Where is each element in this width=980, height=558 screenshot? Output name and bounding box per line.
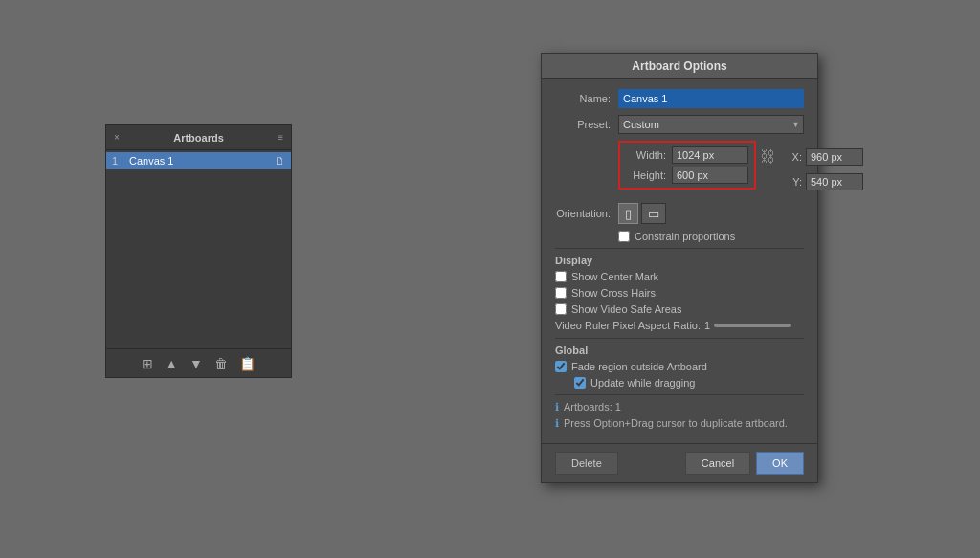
info-icon-2: ℹ (555, 417, 559, 430)
dialog-title: Artboard Options (632, 59, 726, 73)
panel-close-icon[interactable]: × (114, 132, 120, 143)
update-while-checkbox[interactable] (574, 377, 586, 389)
show-center-mark-label: Show Center Mark (571, 271, 658, 282)
dialog-footer: Delete Cancel OK (542, 443, 817, 482)
video-ruler-slider[interactable] (714, 324, 791, 327)
width-row: Width: (626, 146, 748, 164)
constrain-row: Constrain proportions (618, 231, 804, 242)
landscape-button[interactable]: ▭ (641, 203, 666, 224)
panel-menu-icon[interactable]: ≡ (278, 132, 283, 143)
update-while-row: Update while dragging (574, 377, 804, 389)
panel-content: 1 Canvas 1 🗋 (106, 150, 291, 348)
info-duplicate: ℹ Press Option+Drag cursor to duplicate … (555, 417, 804, 430)
y-label: Y: (787, 176, 802, 188)
panel-title: Artboards (173, 132, 224, 144)
update-while-label: Update while dragging (590, 377, 695, 389)
show-center-mark-checkbox[interactable] (555, 271, 567, 282)
width-label: Width: (626, 149, 666, 161)
move-down-button[interactable]: ▼ (188, 354, 205, 373)
wh-group: Width: Height: (618, 141, 756, 190)
constrain-checkbox[interactable] (618, 231, 630, 242)
display-section-header: Display (555, 255, 804, 266)
y-input[interactable] (806, 173, 863, 190)
link-icon-wrap: ⛓ (756, 141, 779, 166)
preset-select[interactable]: Custom (618, 115, 804, 134)
xy-group: X: Y: (787, 148, 863, 190)
fade-region-row: Fade region outside Artboard (555, 361, 804, 372)
name-row: Name: (555, 89, 804, 108)
x-row: X: (787, 148, 863, 166)
artboards-panel: × Artboards ≡ 1 Canvas 1 🗋 ⊞ ▲ ▼ 🗑 📋 (105, 124, 292, 378)
chain-link-icon: ⛓ (760, 148, 775, 166)
fit-artboard-button[interactable]: ⊞ (140, 354, 155, 373)
width-input[interactable] (672, 146, 748, 164)
artboard-list-item[interactable]: 1 Canvas 1 🗋 (106, 152, 291, 169)
move-up-button[interactable]: ▲ (163, 354, 180, 373)
fade-region-label: Fade region outside Artboard (571, 361, 707, 372)
video-ruler-value: 1 (704, 320, 710, 331)
delete-button[interactable]: Delete (555, 452, 618, 475)
info-artboards-text: Artboards: 1 (564, 401, 621, 413)
orientation-label: Orientation: (555, 208, 611, 219)
preset-label: Preset: (555, 119, 611, 130)
dialog-body: Name: Preset: Custom ▼ Width: (542, 79, 817, 443)
constrain-label: Constrain proportions (635, 231, 735, 242)
orientation-row: Orientation: ▯ ▭ (555, 203, 804, 224)
name-input[interactable] (618, 89, 804, 108)
wh-section: Width: Height: (555, 141, 756, 196)
show-cross-hairs-label: Show Cross Hairs (571, 287, 656, 299)
preset-row: Preset: Custom ▼ (555, 115, 804, 134)
height-row: Height: (626, 167, 748, 184)
wh-xy-row: Width: Height: ⛓ X: Y: (555, 141, 804, 196)
panel-footer: ⊞ ▲ ▼ 🗑 📋 (106, 348, 291, 377)
global-section-header: Global (555, 345, 804, 356)
show-video-row: Show Video Safe Areas (555, 303, 804, 315)
dialog-titlebar: Artboard Options (542, 54, 817, 79)
panel-header: × Artboards ≡ (106, 125, 291, 150)
ok-button[interactable]: OK (756, 452, 804, 475)
cancel-button[interactable]: Cancel (685, 452, 750, 475)
info-artboards: ℹ Artboards: 1 (555, 401, 804, 413)
artboard-number: 1 (112, 155, 123, 167)
portrait-button[interactable]: ▯ (618, 203, 638, 224)
show-video-label: Show Video Safe Areas (571, 303, 681, 315)
info-duplicate-text: Press Option+Drag cursor to duplicate ar… (564, 417, 788, 429)
video-ruler-label: Video Ruler Pixel Aspect Ratio: (555, 320, 701, 331)
show-cross-hairs-row: Show Cross Hairs (555, 287, 804, 299)
show-video-checkbox[interactable] (555, 303, 567, 315)
artboard-name: Canvas 1 (129, 155, 271, 167)
x-input[interactable] (806, 148, 863, 166)
height-input[interactable] (672, 167, 748, 184)
artboard-item-icon: 🗋 (275, 155, 285, 167)
preset-select-wrap: Custom ▼ (618, 115, 804, 134)
fade-region-checkbox[interactable] (555, 361, 567, 372)
show-center-mark-row: Show Center Mark (555, 271, 804, 282)
delete-artboard-button[interactable]: 🗑 (212, 354, 230, 373)
add-artboard-button[interactable]: 📋 (237, 354, 257, 373)
info-icon-1: ℹ (555, 401, 559, 413)
video-ruler-row: Video Ruler Pixel Aspect Ratio: 1 (555, 320, 804, 331)
artboard-options-dialog: Artboard Options Name: Preset: Custom ▼ … (541, 53, 818, 483)
y-row: Y: (787, 173, 863, 190)
name-label: Name: (555, 93, 611, 104)
x-label: X: (787, 151, 802, 163)
show-cross-hairs-checkbox[interactable] (555, 287, 567, 299)
height-label: Height: (626, 169, 666, 181)
